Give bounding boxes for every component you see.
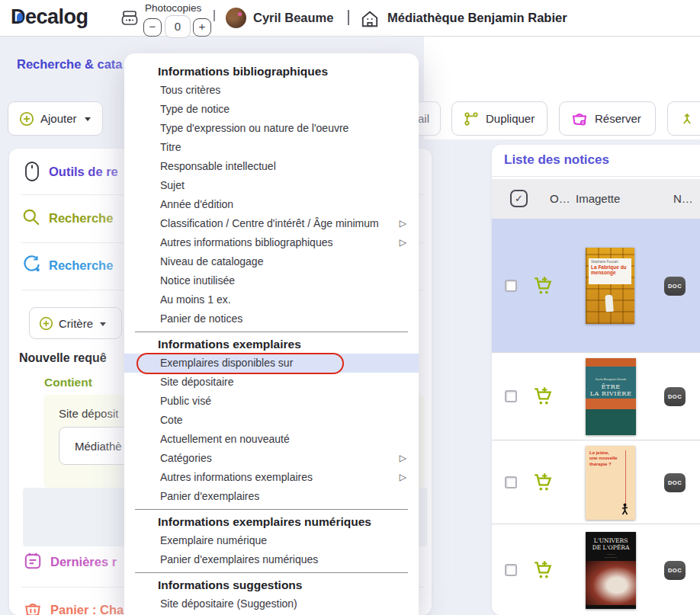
library-site-name[interactable]: Médiathèque Benjamin Rabier <box>387 11 567 25</box>
menu-item-actuellement-en-nouveaute[interactable]: Actuellement en nouveauté <box>124 430 419 449</box>
photocopies-label: Photocopies <box>145 2 201 14</box>
add-to-cart-icon[interactable] <box>532 472 554 492</box>
book-cover[interactable]: Le jeûne, une nouvelle thérapie ? <box>586 446 635 520</box>
submenu-arrow-icon: ▷ <box>400 233 406 252</box>
merge-up-icon <box>679 111 695 127</box>
book-cover[interactable]: L'UNIVERS DE L'OPÉRA ───────────── <box>586 532 636 609</box>
notices-title: Liste des notices <box>504 152 609 168</box>
contient-label: Contient <box>44 376 92 389</box>
menu-item-responsable-intellectuel[interactable]: Responsable intellectuel <box>124 157 419 176</box>
menu-item-panier-de-notices[interactable]: Panier de notices <box>124 309 419 328</box>
row-checkbox[interactable] <box>505 476 517 488</box>
column-header-o[interactable]: O… <box>550 192 570 205</box>
add-to-cart-icon[interactable] <box>532 386 554 406</box>
nouvelle-requete-label: Nouvelle requê <box>19 351 107 365</box>
photocopies-decrement-button[interactable]: − <box>143 18 162 37</box>
doc-badge: DOC <box>664 561 686 580</box>
basket-icon <box>23 599 43 615</box>
menu-divider <box>135 332 408 332</box>
refresh-search-icon <box>21 255 41 274</box>
book-cover[interactable]: Sacha Bourgeois-Gironde ÊTRE LA RIVIÈRE <box>586 358 636 435</box>
cover-figure <box>621 503 629 515</box>
section-recherche-avancee[interactable]: Recherche <box>49 258 113 273</box>
decalog-logo[interactable]: Decalog <box>11 5 88 29</box>
column-header-n[interactable]: N… <box>673 192 693 205</box>
logo-text: ecalog <box>25 5 88 28</box>
reserve-basket-icon <box>570 110 589 128</box>
menu-item-annee-edition[interactable]: Année d'édition <box>124 195 419 214</box>
submenu-arrow-icon: ▷ <box>400 468 406 487</box>
menu-divider <box>135 572 408 573</box>
section-outils-de-recherche[interactable]: Outils de re <box>49 165 118 179</box>
menu-item-tous-criteres[interactable]: Tous critères <box>124 81 419 100</box>
menu-item-sujet[interactable]: Sujet <box>124 176 419 195</box>
menu-item-panier-exemplaires[interactable]: Panier d'exemplaires <box>124 487 419 506</box>
notices-panel: Liste des notices ✓ O… Imagette N… Stéph <box>492 145 700 615</box>
row-checkbox[interactable] <box>505 390 517 402</box>
table-row[interactable]: Stéphane Foucart La Fabrique du mensonge… <box>492 219 700 352</box>
cover-figure <box>605 294 614 312</box>
doc-badge: DOC <box>664 473 686 492</box>
critere-button[interactable]: Critère <box>29 307 122 339</box>
column-header-imagette[interactable]: Imagette <box>576 192 620 205</box>
menu-item-exemplaires-disponibles-sur[interactable]: Exemplaires disponibles sur <box>124 354 419 373</box>
add-to-cart-icon[interactable] <box>532 275 554 296</box>
menu-item-site-depositaire-suggestion[interactable]: Site dépositaire (Suggestion) <box>124 594 419 613</box>
site-depositaire-label: Site déposit <box>59 407 118 420</box>
menu-item-type-de-notice[interactable]: Type de notice <box>124 100 419 119</box>
branch-icon <box>463 111 480 127</box>
tab-recherche-catalogage[interactable]: Recherche & cata <box>17 57 123 72</box>
table-row[interactable]: L'UNIVERS DE L'OPÉRA ───────────── DOC <box>492 524 700 615</box>
user-avatar[interactable] <box>226 8 246 28</box>
menu-item-notice-inutilisee[interactable]: Notice inutilisée <box>124 271 419 290</box>
menu-section-header: Informations exemplaires <box>124 335 419 354</box>
select-all-checkbox[interactable]: ✓ <box>510 190 528 207</box>
search-icon <box>21 207 41 227</box>
photocopier-icon <box>120 9 139 27</box>
menu-item-niveau-catalogage[interactable]: Niveau de catalogage <box>124 252 419 271</box>
doc-badge: DOC <box>664 277 686 296</box>
photocopies-increment-button[interactable]: + <box>193 18 211 37</box>
dupliquer-label: Dupliquer <box>486 112 535 125</box>
section-panier-chariot[interactable]: Panier : Cha <box>50 603 124 615</box>
menu-item-type-expression[interactable]: Type d'expression ou nature de l'oeuvre <box>124 119 419 138</box>
plus-circle-icon <box>39 316 53 331</box>
critere-label: Critère <box>59 317 93 330</box>
header-separator <box>348 10 349 25</box>
dupliquer-button[interactable]: Dupliquer <box>451 101 547 136</box>
menu-item-classification[interactable]: Classification / Centre d'intérêt / Âge … <box>124 214 419 233</box>
divider <box>492 176 700 177</box>
criteria-dropdown-menu: Informations bibliographiques Tous critè… <box>124 53 419 615</box>
menu-item-public-vise[interactable]: Public visé <box>124 392 419 411</box>
header-separator <box>214 10 215 21</box>
add-to-cart-icon[interactable] <box>532 559 554 580</box>
book-cover[interactable]: Stéphane Foucart La Fabrique du mensonge <box>586 248 634 324</box>
row-checkbox[interactable] <box>505 564 517 576</box>
reserver-button[interactable]: Réserver <box>559 101 656 136</box>
menu-section-header: Informations exemplaires numériques <box>124 513 419 531</box>
menu-item-autres-infos-biblio[interactable]: Autres informations bibliographiques ▷ <box>124 233 419 252</box>
menu-item-exemplaire-numerique[interactable]: Exemplaire numérique <box>124 531 419 550</box>
user-name[interactable]: Cyril Beaume <box>253 11 333 25</box>
menu-item-titre[interactable]: Titre <box>124 138 419 157</box>
section-recherche-simple[interactable]: Recherche <box>49 211 113 226</box>
row-checkbox[interactable] <box>505 280 517 292</box>
section-dernieres-recherches[interactable]: Dernières r <box>50 555 117 569</box>
table-row[interactable]: Le jeûne, une nouvelle thérapie ? DOC <box>492 440 700 524</box>
cover-author: Sacha Bourgeois-Gironde <box>586 378 636 381</box>
photocopies-count-input[interactable]: 0 <box>165 15 191 38</box>
menu-divider <box>135 509 408 510</box>
menu-item-cote[interactable]: Cote <box>124 411 419 430</box>
detail-label-fragment: ail <box>418 112 429 125</box>
menu-item-au-moins-1-ex[interactable]: Au moins 1 ex. <box>124 290 419 309</box>
ajouter-button[interactable]: Ajouter <box>8 101 103 136</box>
chevron-down-icon <box>85 117 91 121</box>
menu-item-autres-infos-exemplaires[interactable]: Autres informations exemplaires ▷ <box>124 468 419 487</box>
table-row[interactable]: Sacha Bourgeois-Gironde ÊTRE LA RIVIÈRE … <box>492 352 700 440</box>
notices-table-header: ✓ O… Imagette N… <box>492 179 700 219</box>
fusionner-button-fragment[interactable]: F <box>667 101 700 136</box>
menu-item-categories[interactable]: Catégories ▷ <box>124 449 419 468</box>
mouse-icon <box>23 161 41 182</box>
menu-item-site-depositaire[interactable]: Site dépositaire <box>124 373 419 392</box>
menu-item-panier-exemplaires-numeriques[interactable]: Panier d'exemplaires numériques <box>124 550 419 569</box>
